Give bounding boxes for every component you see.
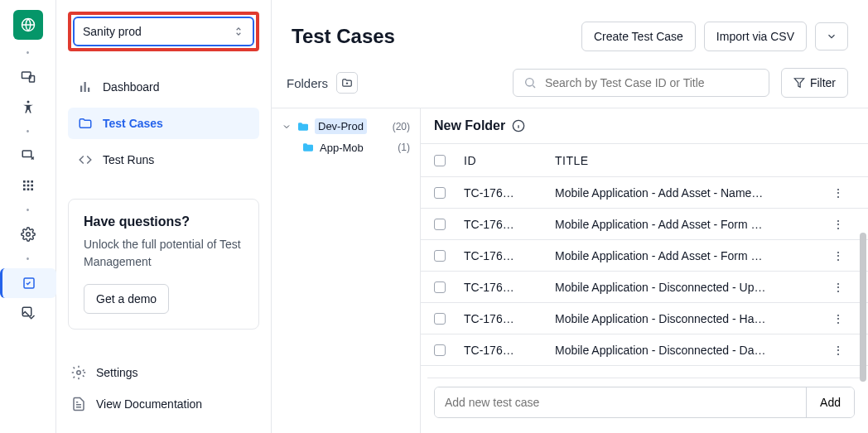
row-id: TC-176…	[464, 186, 555, 200]
info-icon[interactable]	[512, 119, 525, 132]
svg-rect-17	[80, 86, 82, 93]
svg-point-14	[26, 233, 30, 237]
rail-separator: •	[27, 127, 30, 136]
row-id: TC-176…	[464, 344, 555, 357]
create-test-case-button[interactable]: Create Test Case	[581, 22, 696, 51]
row-checkbox[interactable]	[434, 313, 446, 325]
sidebar-item-test-cases[interactable]: Test Cases	[68, 108, 259, 139]
folder-icon	[78, 116, 93, 131]
sidebar-item-dashboard[interactable]: Dashboard	[68, 71, 259, 103]
rail-separator: •	[27, 205, 30, 214]
sidebar-item-label: View Documentation	[96, 397, 202, 411]
row-menu-button[interactable]: ⋮	[822, 249, 855, 262]
button-label: Add	[820, 396, 841, 409]
row-id: TC-176…	[464, 281, 555, 294]
get-demo-button[interactable]: Get a demo	[84, 284, 169, 314]
table-header: ID TITLE	[421, 144, 868, 177]
column-header-id[interactable]: ID	[464, 154, 555, 167]
grid-icon[interactable]	[13, 171, 43, 200]
button-label: Import via CSV	[716, 30, 794, 43]
project-selector-highlight: Sanity prod	[68, 12, 259, 51]
row-checkbox[interactable]	[434, 250, 446, 262]
project-selector[interactable]: Sanity prod	[73, 17, 254, 46]
accessibility-icon[interactable]	[13, 92, 43, 122]
rail-separator: •	[27, 254, 30, 263]
gear-icon	[71, 365, 86, 380]
more-actions-button[interactable]	[815, 22, 848, 51]
sidebar-item-label: Settings	[96, 366, 138, 379]
image-check-icon[interactable]	[13, 298, 43, 328]
svg-rect-4	[22, 151, 31, 157]
table-row[interactable]: TC-176… Mobile Application - Add Asset -…	[421, 240, 868, 272]
row-checkbox[interactable]	[434, 281, 446, 293]
table-row[interactable]: TC-176… Mobile Application - Add Asset -…	[421, 177, 868, 209]
row-checkbox[interactable]	[434, 219, 446, 230]
test-case-table: ID TITLE TC-176… Mobile Application - Ad…	[421, 143, 868, 378]
main-content: Test Cases Create Test Case Import via C…	[272, 0, 868, 433]
tree-item-label: App-Mob	[320, 142, 364, 154]
main-header: Test Cases Create Test Case Import via C…	[272, 0, 868, 68]
page-title: Test Cases	[292, 25, 395, 48]
select-chevron-icon	[233, 26, 244, 37]
svg-rect-7	[31, 180, 33, 183]
tree-item-label: Dev-Prod	[315, 118, 367, 134]
sidebar-bottom: Settings View Documentation	[68, 349, 259, 433]
table-row[interactable]: TC-176… Mobile Application - Disconnecte…	[421, 334, 868, 366]
tree-item-count: (20)	[393, 121, 410, 132]
list-panel: New Folder ID TITLE TC-176…	[421, 108, 868, 433]
sidebar-item-docs[interactable]: View Documentation	[68, 388, 259, 420]
sidebar-item-settings[interactable]: Settings	[68, 357, 259, 388]
table-row[interactable]: TC-176… Mobile Application - Disconnecte…	[421, 303, 868, 334]
globe-icon[interactable]	[13, 10, 43, 40]
add-test-case-button[interactable]: Add	[806, 387, 854, 417]
tree-item-app-mob[interactable]: App-Mob (1)	[298, 137, 413, 157]
filter-button[interactable]: Filter	[781, 68, 848, 98]
button-label: Get a demo	[96, 292, 157, 306]
row-menu-button[interactable]: ⋮	[822, 312, 855, 325]
table-row[interactable]: TC-176… Mobile Application - Disconnecte…	[421, 272, 868, 303]
row-title: Mobile Application - Add Asset - Form …	[555, 218, 822, 231]
chevron-down-icon	[282, 122, 292, 132]
search-box[interactable]	[513, 69, 769, 97]
sidebar-item-label: Dashboard	[103, 80, 160, 94]
row-menu-button[interactable]: ⋮	[822, 281, 855, 294]
tree-item-count: (1)	[398, 142, 410, 153]
table-row[interactable]: TC-176… Mobile Application - Add Asset -…	[421, 209, 868, 240]
svg-rect-9	[27, 185, 29, 187]
promo-title: Have questions?	[84, 214, 244, 229]
sidebar-nav: Dashboard Test Cases Test Runs	[68, 71, 259, 176]
row-title: Mobile Application - Disconnected - Da…	[555, 344, 822, 357]
filter-icon	[793, 77, 805, 89]
add-test-case-input[interactable]	[435, 387, 806, 417]
folder-icon	[301, 141, 315, 154]
gear-icon[interactable]	[13, 219, 43, 249]
select-all-checkbox[interactable]	[434, 155, 446, 166]
row-menu-button[interactable]: ⋮	[822, 344, 855, 357]
sidebar: Sanity prod Dashboard Test Cases	[56, 0, 272, 433]
checklist-icon[interactable]	[0, 268, 56, 298]
row-checkbox[interactable]	[434, 187, 446, 199]
sidebar-item-test-runs[interactable]: Test Runs	[68, 144, 259, 176]
button-label: Create Test Case	[594, 30, 683, 43]
folders-label: Folders	[285, 76, 328, 90]
svg-point-3	[27, 101, 29, 103]
folder-icon	[297, 120, 310, 133]
search-input[interactable]	[545, 76, 759, 89]
scrollbar[interactable]	[860, 233, 866, 382]
row-id: TC-176…	[464, 249, 555, 262]
svg-rect-10	[31, 185, 33, 187]
devices-icon[interactable]	[13, 62, 43, 92]
tree-item-dev-prod[interactable]: Dev-Prod (20)	[278, 115, 413, 137]
add-folder-button[interactable]	[336, 72, 358, 94]
row-title: Mobile Application - Add Asset - Form …	[555, 249, 822, 262]
row-menu-button[interactable]: ⋮	[822, 218, 855, 231]
column-header-title[interactable]: TITLE	[555, 154, 822, 167]
network-icon[interactable]	[13, 141, 43, 171]
folder-plus-icon	[341, 77, 353, 89]
row-menu-button[interactable]: ⋮	[822, 186, 855, 200]
import-csv-button[interactable]: Import via CSV	[704, 22, 807, 51]
folder-tree: Dev-Prod (20) App-Mob (1)	[272, 108, 421, 433]
promo-card: Have questions? Unlock the full potentia…	[68, 199, 259, 330]
row-checkbox[interactable]	[434, 344, 446, 356]
chevron-down-icon	[826, 31, 837, 42]
